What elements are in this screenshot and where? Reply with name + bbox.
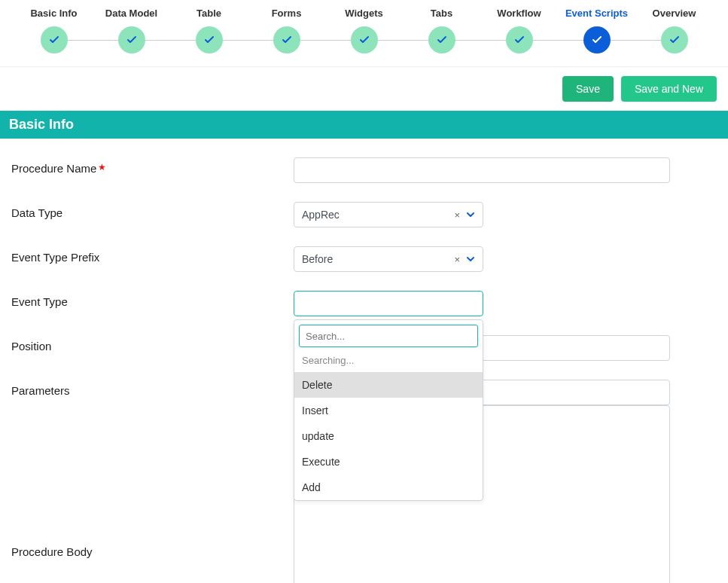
step-label: Event Scripts [558,8,635,19]
row-data-type: Data Type AppRec × [11,202,717,227]
dropdown-option-insert[interactable]: Insert [294,398,483,423]
step-forms[interactable]: Forms [248,8,325,55]
clear-icon[interactable]: × [454,209,460,221]
step-overview[interactable]: Overview [635,8,713,55]
label-parameters: Parameters [11,380,294,397]
step-label: Tabs [403,8,480,19]
step-label: Data Model [93,8,170,19]
check-icon [196,26,223,53]
procedure-name-input[interactable] [294,157,670,183]
event-type-prefix-select[interactable]: Before × [294,246,483,272]
action-bar: Save Save and New [0,67,728,111]
check-icon [661,26,688,53]
wizard-stepper: Basic Info Data Model Table Forms [0,0,728,67]
data-type-select[interactable]: AppRec × [294,202,483,227]
check-icon [583,26,611,53]
check-icon [273,26,300,53]
label-event-type-prefix: Event Type Prefix [11,246,294,264]
step-label: Workflow [480,8,558,19]
step-widgets[interactable]: Widgets [325,8,403,55]
dropdown-option-update[interactable]: update [294,423,483,449]
event-type-select[interactable] [294,291,483,316]
dropdown-search-input[interactable] [299,325,478,347]
step-label: Forms [248,8,325,19]
label-data-type: Data Type [11,202,294,219]
step-table[interactable]: Table [170,8,248,55]
dropdown-status: Searching... [294,352,483,372]
save-button[interactable]: Save [562,76,614,102]
check-icon [41,26,68,53]
check-icon [506,26,533,53]
clear-icon[interactable]: × [454,254,460,265]
step-workflow[interactable]: Workflow [480,8,558,55]
step-data-model[interactable]: Data Model [93,8,170,55]
dropdown-option-delete[interactable]: Delete [294,372,483,398]
step-label: Basic Info [15,8,93,19]
row-procedure-body: Procedure Body [11,541,717,583]
save-and-new-button[interactable]: Save and New [621,76,717,102]
dropdown-option-add[interactable]: Add [294,475,483,500]
chevron-down-icon [466,255,475,264]
check-icon [428,26,455,53]
dropdown-list[interactable]: Delete Insert update Execute Add [294,372,483,500]
select-value: Before [302,253,454,265]
select-value: AppRec [302,209,454,221]
row-event-type-prefix: Event Type Prefix Before × [11,246,717,272]
step-label: Widgets [325,8,403,19]
step-event-scripts[interactable]: Event Scripts [558,8,635,55]
row-procedure-name: Procedure Name★ [11,157,717,183]
check-icon [351,26,378,53]
step-basic-info[interactable]: Basic Info [15,8,93,55]
step-label: Table [170,8,248,19]
chevron-down-icon [466,210,475,219]
step-tabs[interactable]: Tabs [403,8,480,55]
label-position: Position [11,335,294,353]
label-procedure-name: Procedure Name★ [11,157,294,175]
label-event-type: Event Type [11,291,294,308]
check-icon [118,26,145,53]
required-icon: ★ [98,162,106,172]
dropdown-option-execute[interactable]: Execute [294,449,483,475]
event-type-dropdown: Searching... Delete Insert update Execut… [294,319,483,501]
step-label: Overview [635,8,713,19]
form-body: Procedure Name★ Data Type AppRec × Event… [0,139,728,583]
row-event-type: Event Type Searching... Delete Insert up… [11,291,717,316]
section-title: Basic Info [0,111,728,139]
label-procedure-body: Procedure Body [11,541,294,558]
